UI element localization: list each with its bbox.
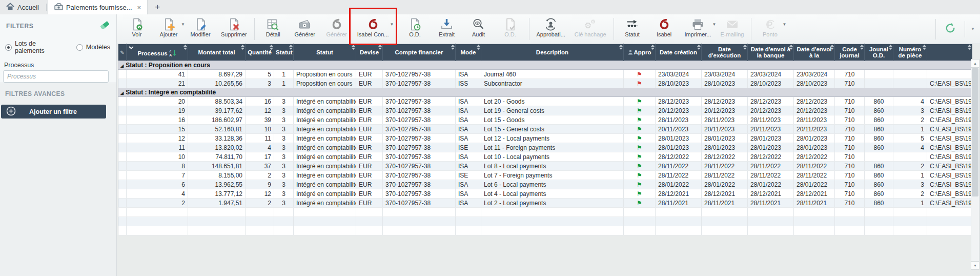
toolbar-button-ajouter[interactable]: ▼Ajouter <box>153 14 185 44</box>
tab-accueil[interactable]: Accueil <box>0 0 45 14</box>
processus-field-label: Processus <box>0 54 116 70</box>
table-row[interactable]: 413.777,12123Intégré en comptabilitéEUR3… <box>118 189 972 199</box>
sort-arrows-icon[interactable] <box>270 45 273 51</box>
toolbar-button-imprimer[interactable]: ▼Imprimer... <box>680 14 716 44</box>
column-header-path[interactable] <box>927 44 972 61</box>
table-row[interactable]: 78.155,0023Intégré en comptabilitéEUR370… <box>118 171 972 180</box>
scrollbar-thumb[interactable] <box>972 68 978 196</box>
cell-devise: EUR <box>356 115 383 125</box>
refresh-button[interactable] <box>938 21 962 38</box>
dropdown-caret-icon[interactable]: ▼ <box>782 22 786 27</box>
sort-arrows-icon[interactable] <box>830 45 834 51</box>
cell-processus: 12 <box>127 134 188 143</box>
sort-arrows-icon[interactable] <box>451 45 455 51</box>
column-header-indicator[interactable]: ✎ <box>118 44 127 61</box>
toolbar-button-supprimer[interactable]: Supprimer <box>216 14 252 44</box>
toolbar-button-voir[interactable]: Voir <box>121 14 153 44</box>
column-header-appro[interactable]: Appro <box>624 44 656 61</box>
column-header-date_envoi[interactable]: Date d'envoi à la <box>794 44 835 61</box>
cell-date_banque: 20/11/2023 <box>748 125 794 134</box>
table-row[interactable]: 418.697,2951Proposition en coursEUR370-1… <box>118 70 972 79</box>
toolbar-button-generer[interactable]: Générer <box>289 14 321 44</box>
processus-input[interactable] <box>3 70 109 83</box>
collapse-triangle-icon[interactable]: ◢ <box>120 64 124 68</box>
column-header-date_creation[interactable]: Date création <box>656 44 702 61</box>
column-header-code_journal[interactable]: Code journal <box>835 44 865 61</box>
sort-arrows-icon[interactable] <box>789 45 793 51</box>
toolbar-button-approbation[interactable]: Approbati... <box>532 14 570 44</box>
scroll-down-arrow-icon[interactable]: ▼ <box>971 261 979 269</box>
table-row[interactable]: 1552.160,81103Intégré en comptabilitéEUR… <box>118 125 972 134</box>
column-header-statut_code[interactable]: Statut <box>274 44 294 61</box>
column-header-description[interactable]: Description <box>481 44 624 61</box>
toolbar-button-od[interactable]: O.D. <box>399 14 431 44</box>
toolbar-button-modifier[interactable]: Modifier <box>185 14 216 44</box>
sort-arrows-icon[interactable] <box>352 45 355 51</box>
cell-devise: EUR <box>356 162 383 171</box>
toolbar-button-isabel-connect[interactable]: ▼Isabel Con... <box>353 14 394 44</box>
column-header-date_banque[interactable]: Date d'envoi à la banque <box>748 44 794 61</box>
radio-modeles[interactable]: Modèles <box>76 40 110 54</box>
table-row[interactable]: 1113.820,0243Intégré en comptabilitéEUR3… <box>118 143 972 152</box>
tab-close-icon[interactable]: × <box>137 4 141 11</box>
table-row[interactable]: 2110.265,5631Proposition en coursEUR370-… <box>118 79 972 88</box>
sort-arrows-icon[interactable] <box>743 45 747 51</box>
table-row[interactable]: 1074.811,70173Intégré en comptabilitéEUR… <box>118 152 972 162</box>
table-row[interactable]: 1233.128,36113Intégré en comptabilitéEUR… <box>118 134 972 143</box>
cell-path: C:\EASI_BS\19 <box>927 125 972 134</box>
eraser-icon[interactable] <box>100 21 110 32</box>
sort-arrows-icon[interactable] <box>378 45 382 51</box>
cell-date_execution: 23/03/2024 <box>702 70 748 79</box>
cell-empty <box>383 226 456 235</box>
group-row[interactable]: ◢Statut : Intégré en comptabilité <box>118 88 972 97</box>
refresh-dropdown-caret-icon[interactable]: ▼ <box>971 27 975 31</box>
vertical-scrollbar[interactable]: ▲ ▼ <box>971 59 979 270</box>
table-row[interactable]: 16186.602,97393Intégré en comptabilitéEU… <box>118 115 972 125</box>
table-row[interactable]: 21.947,5123Intégré en comptabilitéEUR370… <box>118 199 972 208</box>
group-row[interactable]: ◢Statut : Proposition en cours <box>118 61 972 70</box>
add-filter-button[interactable]: Ajouter un filtre <box>1 105 106 119</box>
column-header-compte[interactable]: Compte financier <box>383 44 456 61</box>
toolbar-button-detail[interactable]: Détail <box>257 14 289 44</box>
table-row[interactable]: 613.962,5593Intégré en comptabilitéEUR37… <box>118 180 972 189</box>
tab-paiements-fournisseurs[interactable]: Paiements fournisse... × <box>48 0 148 14</box>
column-header-montant[interactable]: Montant total <box>188 44 246 61</box>
table-row[interactable]: 8148.651,81373Intégré en comptabilitéEUR… <box>118 162 972 171</box>
dropdown-caret-icon[interactable]: ▼ <box>390 22 394 27</box>
toolbar-button-audit[interactable]: Audit <box>463 14 495 44</box>
column-header-piece[interactable]: Numéro de pièce <box>893 44 927 61</box>
radio-lots-de-paiements[interactable]: Lots de paiements <box>5 40 67 54</box>
column-header-statut[interactable]: Statut <box>294 44 356 61</box>
column-header-quantite[interactable]: Quantité <box>246 44 274 61</box>
column-header-jounal_od[interactable]: Jounal O.D. <box>865 44 893 61</box>
scroll-up-arrow-icon[interactable]: ▲ <box>971 60 979 68</box>
sort-arrows-icon[interactable] <box>968 45 971 51</box>
toolbar-button-statut[interactable]: Statut <box>617 14 648 44</box>
sort-arrows-icon[interactable] <box>651 45 655 51</box>
new-tab-button[interactable]: + <box>148 0 167 14</box>
table-row[interactable]: 1939.177,62123Intégré en comptabilitéEUR… <box>118 106 972 115</box>
column-header-mode[interactable]: Mode <box>456 44 481 61</box>
sort-arrows-icon[interactable] <box>477 45 480 51</box>
column-header-processus[interactable]: ProcessusZA <box>127 44 188 61</box>
sort-arrows-icon[interactable] <box>860 45 864 51</box>
sort-arrows-icon[interactable] <box>183 45 187 51</box>
cell-devise: EUR <box>356 171 383 180</box>
sort-arrows-icon[interactable] <box>241 45 244 51</box>
toolbar-button-label: Voir <box>132 31 142 37</box>
column-header-devise[interactable]: Devise <box>356 44 383 61</box>
toolbar-button-extrait[interactable]: Extrait <box>431 14 463 44</box>
sort-arrows-icon[interactable] <box>889 45 892 51</box>
cell-compte: 370-1027957-38 <box>383 143 456 152</box>
sort-arrows-icon[interactable] <box>923 45 926 51</box>
sort-arrows-icon[interactable] <box>289 45 293 51</box>
sort-arrows-icon[interactable] <box>697 45 701 51</box>
sort-arrows-icon[interactable] <box>619 45 623 51</box>
column-header-date_execution[interactable]: Date d'exécution <box>702 44 748 61</box>
appro-flag-icon: ⚑ <box>637 200 642 207</box>
table-row[interactable]: 2088.503,34163Intégré en comptabilitéEUR… <box>118 97 972 106</box>
toolbar-button-isabel[interactable]: Isabel <box>648 14 680 44</box>
filter-chevron-icon[interactable] <box>129 44 134 50</box>
cell-processus: 10 <box>127 152 188 162</box>
collapse-triangle-icon[interactable]: ◢ <box>120 91 124 95</box>
